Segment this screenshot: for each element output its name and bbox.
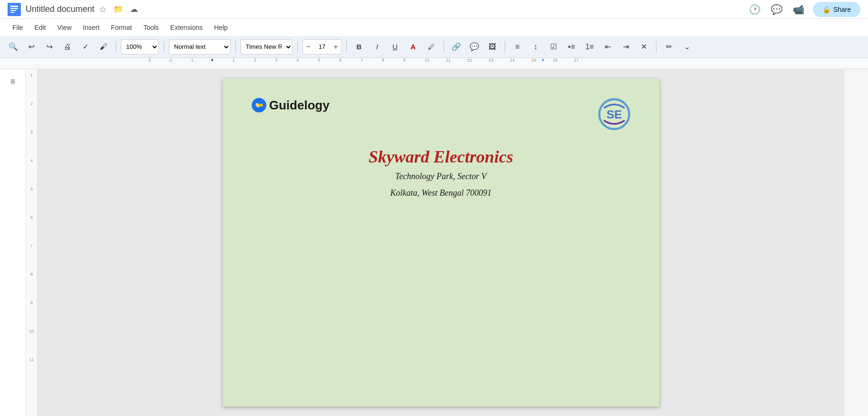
bullet-list-button[interactable]: •≡ [564,39,579,54]
highlight-button[interactable]: 🖊 [424,39,439,54]
company-address-line2[interactable]: Kolkata, West Bengal 700091 [251,186,631,200]
svg-rect-1 [10,6,18,7]
guidelogy-icon [251,98,267,113]
menu-edit[interactable]: Edit [30,22,51,33]
se-logo: SE [598,98,631,131]
indent-less-button[interactable]: ⇤ [600,39,615,54]
vruler-mark-5: 5 [26,187,37,215]
vruler-mark-4: 4 [26,158,37,187]
divider-2 [164,41,164,53]
vruler-mark-7: 7 [26,244,37,272]
history-button[interactable]: 🕐 [748,2,763,17]
company-name[interactable]: Skyward Electronics [251,147,631,167]
share-label: Share [833,6,851,13]
vruler-mark-3: 3 [26,130,37,158]
link-button[interactable]: 🔗 [449,39,464,54]
title-bar: Untitled document ☆ 📁 ☁ 🕐 💬 📹 🔒 Share [0,0,868,19]
vruler-mark-6: 6 [26,215,37,244]
redo-button[interactable]: ↪ [42,39,57,54]
svg-rect-4 [10,12,14,13]
font-size-increase[interactable]: + [331,40,341,54]
title-bar-left: Untitled document ☆ 📁 ☁ [8,3,748,16]
menu-file[interactable]: File [8,22,28,33]
right-area [844,69,868,416]
vruler-mark-10: 10 [26,329,37,357]
font-size-control[interactable]: − + [303,39,342,54]
guidelogy-text: Guidelogy [269,98,330,113]
vruler-mark-1: 1 [26,73,37,101]
outline-icon[interactable]: ≡ [9,75,18,89]
print-button[interactable]: 🖨 [60,39,75,54]
vertical-ruler: 1 2 3 4 5 6 7 8 9 10 11 [26,69,37,416]
zoom-select[interactable]: 100% 75% 125% 150% [121,39,159,54]
align-button[interactable]: ≡ [510,39,525,54]
divider-1 [116,41,116,53]
share-button[interactable]: 🔒 Share [813,2,860,17]
comment-button[interactable]: 💬 [467,39,482,54]
underline-button[interactable]: U [388,39,403,54]
page-header: Guidelogy SE [251,98,631,133]
divider-6 [443,41,444,53]
toolbar: 🔍 ↩ ↪ 🖨 ✓ 🖌 100% 75% 125% 150% Normal te… [0,36,868,58]
vruler-mark-11: 11 [26,357,37,386]
expand-button[interactable]: ⌄ [679,39,694,54]
divider-5 [346,41,347,53]
ruler: -3 -2 -1 ▾ 1 2 3 4 5 6 7 8 9 10 11 12 13… [0,58,868,69]
text-color-button[interactable]: A [406,39,421,54]
menu-view[interactable]: View [53,22,76,33]
svg-rect-2 [10,8,18,9]
svg-rect-0 [8,3,21,16]
cloud-icon[interactable]: ☁ [130,4,138,14]
menu-format[interactable]: Format [106,22,137,33]
menu-help[interactable]: Help [209,22,232,33]
line-spacing-button[interactable]: ↕ [528,39,543,54]
image-button[interactable]: 🖼 [485,39,500,54]
svg-rect-3 [10,10,16,11]
divider-7 [505,41,505,53]
vruler-mark-8: 8 [26,272,37,300]
bold-button[interactable]: B [351,39,367,54]
divider-4 [297,41,298,53]
font-size-decrease[interactable]: − [303,40,314,54]
document-area[interactable]: Guidelogy SE [37,69,844,416]
zoom-control[interactable]: 100% 75% 125% 150% [121,39,159,54]
main-area: ≡ 1 2 3 4 5 6 7 8 9 10 11 Gu [0,69,868,416]
numbered-list-button[interactable]: 1≡ [582,39,597,54]
font-select[interactable]: Times New Roman Arial Georgia [240,39,293,54]
lock-icon: 🔒 [822,6,831,13]
left-sidebar: ≡ [0,69,26,416]
divider-8 [656,41,656,53]
undo-button[interactable]: ↩ [24,39,39,54]
meet-button[interactable]: 📹 [791,2,806,17]
divider-3 [235,41,236,53]
vruler-mark-9: 9 [26,300,37,329]
menu-tools[interactable]: Tools [139,22,164,33]
clear-format-button[interactable]: ✕ [636,39,651,54]
document-page[interactable]: Guidelogy SE [223,79,659,407]
se-logo-container: SE [598,98,631,133]
guidelogy-logo: Guidelogy [251,98,330,113]
pen-button[interactable]: ✏ [661,39,676,54]
italic-button[interactable]: I [369,39,385,54]
checklist-button[interactable]: ☑ [546,39,561,54]
menu-extensions[interactable]: Extensions [166,22,207,33]
menu-bar: File Edit View Insert Format Tools Exten… [0,19,868,36]
folder-icon[interactable]: 📁 [113,4,123,14]
font-size-input[interactable] [314,43,331,50]
company-address-line1[interactable]: Technology Park, Sector V [251,170,631,183]
docs-icon [8,3,21,16]
document-title[interactable]: Untitled document [26,4,94,14]
menu-insert[interactable]: Insert [78,22,104,33]
paint-format-button[interactable]: 🖌 [96,39,111,54]
vruler-mark-2: 2 [26,101,37,130]
spellcheck-button[interactable]: ✓ [78,39,93,54]
search-button[interactable]: 🔍 [6,39,21,54]
company-section: Skyward Electronics Technology Park, Sec… [251,147,631,200]
star-icon[interactable]: ☆ [99,4,107,15]
style-select[interactable]: Normal text Heading 1 Heading 2 Title [169,39,231,54]
title-bar-right: 🕐 💬 📹 🔒 Share [748,2,860,17]
svg-text:SE: SE [606,108,622,121]
comments-button[interactable]: 💬 [769,2,785,17]
indent-more-button[interactable]: ⇥ [618,39,633,54]
title-icons: ☆ 📁 ☁ [99,4,138,15]
